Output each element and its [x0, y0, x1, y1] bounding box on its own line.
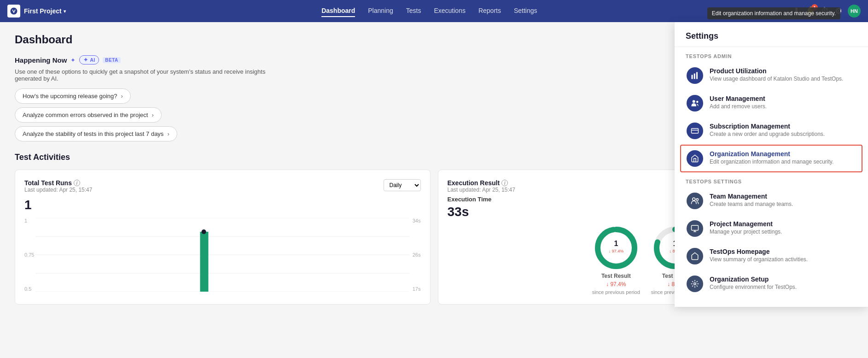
ai-button-2-label: Analyze the stability of tests in this p…	[23, 130, 163, 137]
ai-button-release[interactable]: How's the upcoming release going? ›	[15, 88, 131, 104]
nav-executions[interactable]: Executions	[434, 5, 465, 17]
x-label-17s: 17s	[413, 286, 421, 292]
exec-result-info-icon[interactable]: i	[501, 180, 508, 186]
total-runs-value: 1	[24, 198, 421, 212]
daily-select[interactable]: Daily Weekly Monthly	[384, 179, 421, 191]
settings-item-project-management[interactable]: Project Management Manage your project s…	[675, 215, 868, 242]
subscription-text: Subscription Management Create a new ord…	[710, 123, 856, 137]
nav-reports[interactable]: Reports	[478, 5, 501, 17]
donut-svg-1: 1 ↓ 97.4%	[593, 225, 639, 271]
svg-rect-12	[692, 75, 693, 79]
settings-item-org-management[interactable]: Organization Management Edit organizatio…	[680, 145, 862, 172]
subscription-icon	[687, 123, 703, 139]
svg-point-15	[693, 100, 695, 103]
total-test-runs-title: Total Test Runs i	[24, 179, 92, 187]
line-chart-svg	[35, 218, 410, 292]
x-label-26s: 26s	[413, 252, 421, 258]
main-nav: Dashboard Planning Tests Executions Repo…	[66, 5, 793, 17]
plus-star-icon: ✦	[70, 57, 76, 64]
settings-item-product-utilization[interactable]: Product Utilization View usage dashboard…	[675, 62, 868, 89]
svg-rect-13	[694, 74, 695, 79]
donut-test-result: 1 ↓ 97.4% Test Result ↓ 97.4% since prev…	[592, 225, 640, 295]
svg-rect-17	[692, 129, 699, 134]
svg-point-22	[694, 283, 696, 285]
settings-item-testops-homepage[interactable]: TestOps Homepage View summary of organiz…	[675, 242, 868, 270]
team-mgmt-icon	[687, 193, 703, 209]
testops-settings-label: TESTOPS SETTINGS	[675, 172, 868, 187]
beta-tag: BETA	[103, 57, 120, 63]
project-mgmt-title: Project Management	[710, 220, 856, 228]
subscription-title: Subscription Management	[710, 123, 856, 130]
y-label-0: 1	[24, 218, 34, 223]
svg-point-7	[202, 229, 206, 234]
nav-settings[interactable]: Settings	[514, 5, 537, 17]
org-mgmt-text: Organization Management Edit organizatio…	[710, 150, 856, 165]
svg-point-20	[696, 199, 699, 201]
user-mgmt-title: User Management	[710, 95, 856, 102]
ai-badge: ✦ AI	[79, 55, 99, 65]
logo[interactable]	[7, 5, 20, 18]
arrow-right-icon-3: ›	[167, 130, 169, 137]
nav-planning[interactable]: Planning	[368, 5, 393, 17]
settings-item-org-setup[interactable]: Organization Setup Configure environment…	[675, 270, 868, 298]
total-runs-title-label: Total Test Runs	[24, 179, 72, 187]
donut-1-inner-value: 1	[614, 240, 618, 247]
settings-panel-title: Settings	[675, 22, 868, 47]
subscription-desc: Create a new order and upgrade subscript…	[710, 131, 856, 137]
nav-tests[interactable]: Tests	[406, 5, 421, 17]
user-mgmt-icon	[687, 95, 703, 112]
settings-panel: Edit organization information and manage…	[675, 22, 868, 307]
happening-now-desc: Use one of these options to quickly get …	[15, 68, 291, 82]
svg-point-16	[696, 101, 699, 103]
product-util-icon	[687, 67, 703, 84]
testops-home-icon	[687, 248, 703, 264]
total-test-runs-header: Total Test Runs i Last updated: Apr 25, …	[24, 179, 421, 196]
settings-tooltip: Edit organization information and manage…	[707, 7, 840, 19]
user-mgmt-text: User Management Add and remove users.	[710, 95, 856, 110]
project-mgmt-icon	[687, 220, 703, 237]
x-labels-right: 34s 26s 17s	[413, 218, 421, 292]
svg-point-9	[598, 229, 635, 266]
settings-item-subscription[interactable]: Subscription Management Create a new ord…	[675, 117, 868, 145]
x-label-34s: 34s	[413, 218, 421, 223]
svg-rect-14	[696, 72, 698, 79]
ai-button-stability[interactable]: Analyze the stability of tests in this p…	[15, 126, 177, 141]
team-mgmt-title: Team Management	[710, 193, 856, 200]
project-mgmt-text: Project Management Manage your project s…	[710, 220, 856, 235]
settings-item-user-management[interactable]: User Management Add and remove users.	[675, 89, 868, 117]
ai-button-0-label: How's the upcoming release going?	[23, 93, 117, 100]
y-label-1: 0.75	[24, 252, 34, 258]
svg-point-0	[11, 8, 17, 15]
project-mgmt-desc: Manage your project settings.	[710, 229, 856, 235]
settings-item-team-management[interactable]: Team Management Create teams and manage …	[675, 187, 868, 215]
project-selector[interactable]: First Project ▾	[24, 7, 66, 15]
svg-rect-6	[200, 232, 209, 292]
project-name-label: First Project	[24, 7, 62, 15]
testops-home-text: TestOps Homepage View summary of organiz…	[710, 248, 856, 263]
team-mgmt-desc: Create teams and manage teams.	[710, 201, 856, 207]
org-mgmt-title: Organization Management	[710, 150, 856, 158]
svg-point-19	[693, 198, 695, 200]
avatar[interactable]: HN	[848, 5, 861, 18]
testops-home-desc: View summary of organization activities.	[710, 256, 856, 263]
org-mgmt-icon	[687, 150, 703, 167]
happening-now-title: Happening Now	[15, 56, 67, 64]
y-labels: 1 0.75 0.5	[24, 218, 34, 292]
nav-dashboard[interactable]: Dashboard	[321, 5, 355, 17]
testops-admin-label: TESTOPS ADMIN	[675, 47, 868, 62]
total-runs-info-icon[interactable]: i	[74, 180, 80, 186]
team-mgmt-text: Team Management Create teams and manage …	[710, 193, 856, 207]
arrow-right-icon: ›	[121, 93, 123, 100]
ai-star-icon: ✦	[83, 57, 88, 63]
total-test-runs-card: Total Test Runs i Last updated: Apr 25, …	[15, 170, 431, 305]
ai-button-1-label: Analyze common errors observed in the pr…	[23, 112, 148, 118]
donut-1-since: since previous period	[592, 289, 640, 295]
ai-button-errors[interactable]: Analyze common errors observed in the pr…	[15, 107, 162, 123]
testops-home-title: TestOps Homepage	[710, 248, 856, 255]
product-util-text: Product Utilization View usage dashboard…	[710, 67, 856, 82]
exec-result-title-label: Execution Result	[448, 179, 500, 187]
product-util-desc: View usage dashboard of Katalon Studio a…	[710, 76, 856, 82]
arrow-right-icon-2: ›	[151, 112, 153, 118]
org-setup-title: Organization Setup	[710, 276, 856, 283]
svg-rect-21	[692, 225, 699, 230]
